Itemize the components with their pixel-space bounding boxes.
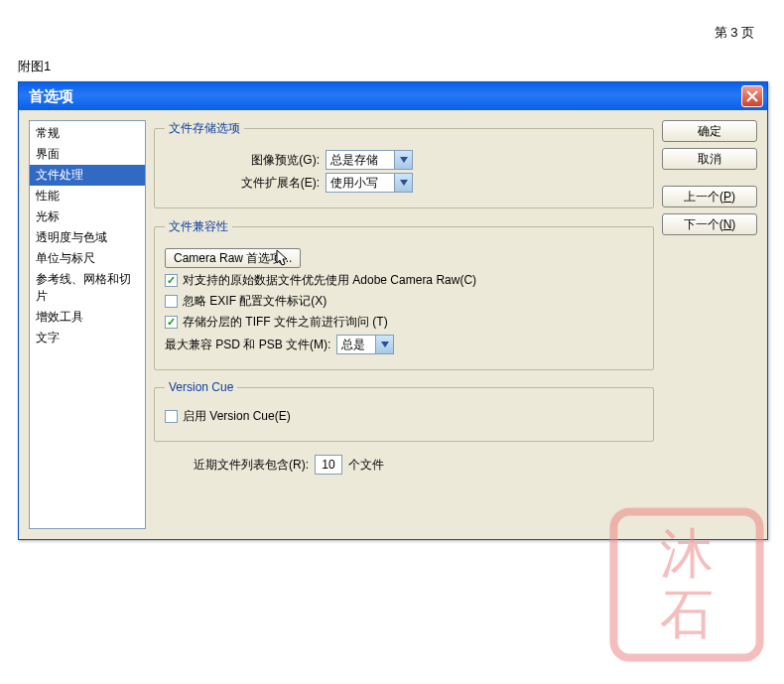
max-compat-value: 总是 bbox=[336, 335, 376, 354]
ask-tiff-checkbox[interactable] bbox=[165, 316, 178, 329]
recent-files-suffix: 个文件 bbox=[348, 457, 384, 474]
image-preview-combo[interactable]: 总是存储 bbox=[326, 150, 413, 170]
sidebar-item[interactable]: 性能 bbox=[30, 186, 145, 206]
image-preview-value: 总是存储 bbox=[326, 150, 395, 170]
sidebar-item[interactable]: 单位与标尺 bbox=[30, 248, 145, 269]
main-panel: 文件存储选项 图像预览(G): 总是存储 文件扩展名(E): 使用小写 bbox=[154, 120, 654, 529]
button-column: 确定 取消 上一个(P) 下一个(N) bbox=[662, 120, 757, 529]
enable-version-cue-checkbox[interactable] bbox=[165, 410, 178, 423]
fieldset-legend: Version Cue bbox=[165, 380, 237, 394]
category-sidebar: 常规界面文件处理性能光标透明度与色域单位与标尺参考线、网格和切片增效工具文字 bbox=[29, 120, 146, 529]
ignore-exif-checkbox[interactable] bbox=[165, 295, 178, 308]
sidebar-item[interactable]: 界面 bbox=[30, 144, 145, 165]
cancel-button[interactable]: 取消 bbox=[662, 148, 757, 170]
watermark-stamp: 沐石 bbox=[607, 505, 766, 664]
dialog-body: 常规界面文件处理性能光标透明度与色域单位与标尺参考线、网格和切片增效工具文字 文… bbox=[19, 110, 767, 539]
chevron-down-icon bbox=[400, 157, 408, 163]
figure-label: 附图1 bbox=[18, 58, 51, 75]
ok-button[interactable]: 确定 bbox=[662, 120, 757, 142]
file-extension-combo[interactable]: 使用小写 bbox=[326, 173, 413, 193]
prefer-camera-raw-checkbox-row: 对支持的原始数据文件优先使用 Adobe Camera Raw(C) bbox=[165, 272, 643, 289]
dropdown-button[interactable] bbox=[395, 173, 413, 193]
file-extension-value: 使用小写 bbox=[326, 173, 395, 193]
ask-tiff-checkbox-row: 存储分层的 TIFF 文件之前进行询问 (T) bbox=[165, 314, 643, 331]
sidebar-item[interactable]: 文件处理 bbox=[30, 165, 145, 186]
sidebar-item[interactable]: 文字 bbox=[30, 328, 145, 348]
close-button[interactable] bbox=[741, 85, 763, 107]
file-compatibility-group: 文件兼容性 Camera Raw 首选项... 对支持的原始数据文件优先使用 A… bbox=[154, 218, 654, 370]
version-cue-group: Version Cue 启用 Version Cue(E) bbox=[154, 380, 654, 442]
fieldset-legend: 文件兼容性 bbox=[165, 218, 232, 235]
recent-files-label: 近期文件列表包含(R): bbox=[194, 457, 309, 474]
fieldset-legend: 文件存储选项 bbox=[165, 120, 244, 137]
image-preview-label: 图像预览(G): bbox=[224, 152, 320, 169]
chevron-down-icon bbox=[400, 180, 408, 186]
sidebar-item[interactable]: 常规 bbox=[30, 123, 145, 144]
max-compat-combo[interactable]: 总是 bbox=[336, 335, 394, 354]
preferences-dialog: 首选项 常规界面文件处理性能光标透明度与色域单位与标尺参考线、网格和切片增效工具… bbox=[18, 81, 768, 540]
next-button[interactable]: 下一个(N) bbox=[662, 213, 757, 235]
max-compat-label: 最大兼容 PSD 和 PSB 文件(M): bbox=[165, 337, 330, 353]
chevron-down-icon bbox=[381, 342, 389, 347]
sidebar-item[interactable]: 光标 bbox=[30, 206, 145, 227]
titlebar: 首选项 bbox=[19, 82, 767, 110]
checkbox-label: 启用 Version Cue(E) bbox=[183, 408, 291, 425]
camera-raw-prefs-button[interactable]: Camera Raw 首选项... bbox=[165, 248, 301, 268]
sidebar-item[interactable]: 透明度与色域 bbox=[30, 227, 145, 248]
svg-text:石: 石 bbox=[660, 585, 714, 644]
sidebar-item[interactable]: 增效工具 bbox=[30, 307, 145, 328]
dialog-title: 首选项 bbox=[29, 87, 741, 106]
sidebar-item[interactable]: 参考线、网格和切片 bbox=[30, 269, 145, 307]
enable-version-cue-row: 启用 Version Cue(E) bbox=[165, 408, 643, 425]
prefer-camera-raw-checkbox[interactable] bbox=[165, 274, 178, 287]
checkbox-label: 对支持的原始数据文件优先使用 Adobe Camera Raw(C) bbox=[183, 272, 476, 289]
file-save-options-group: 文件存储选项 图像预览(G): 总是存储 文件扩展名(E): 使用小写 bbox=[154, 120, 654, 208]
dropdown-button[interactable] bbox=[395, 150, 413, 170]
ignore-exif-checkbox-row: 忽略 EXIF 配置文件标记(X) bbox=[165, 293, 643, 310]
file-extension-label: 文件扩展名(E): bbox=[224, 175, 320, 192]
svg-text:沐: 沐 bbox=[660, 524, 714, 584]
checkbox-label: 存储分层的 TIFF 文件之前进行询问 (T) bbox=[183, 314, 388, 331]
page-number: 第 3 页 bbox=[715, 24, 754, 42]
dropdown-button[interactable] bbox=[376, 335, 394, 354]
checkbox-label: 忽略 EXIF 配置文件标记(X) bbox=[183, 293, 327, 310]
recent-files-row: 近期文件列表包含(R): 10 个文件 bbox=[154, 455, 654, 475]
recent-files-input[interactable]: 10 bbox=[315, 455, 342, 475]
prev-button[interactable]: 上一个(P) bbox=[662, 186, 757, 207]
close-icon bbox=[745, 89, 759, 103]
